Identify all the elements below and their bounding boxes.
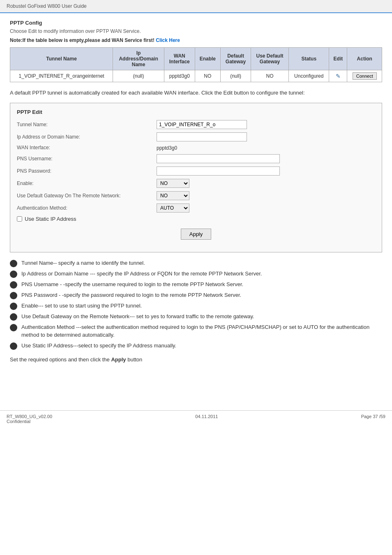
bullet-dot (10, 324, 17, 331)
list-item: Tunnel Name-- specify a name to identify… (10, 259, 382, 267)
bullet-text: PNS Password - -specify the password req… (21, 291, 241, 299)
form-row-tunnel-name: Tunnel Name: (17, 120, 375, 129)
pptp-config-title: PPTP Config (10, 20, 382, 26)
bullet-dot (10, 281, 17, 289)
value-tunnel-name (157, 120, 375, 129)
cell-enable: NO (195, 70, 221, 82)
edit-icon[interactable]: ✎ (336, 73, 341, 79)
value-use-default-gateway: NO YES (157, 191, 375, 200)
form-row-pns-password: PNS Password: (17, 166, 375, 176)
cell-edit[interactable]: ✎ (329, 70, 347, 82)
label-tunnel-name: Tunnel Name: (17, 122, 157, 127)
footer-center: 04.11.2011 (195, 414, 218, 424)
bullet-text: Use Default Gateway on the Remote Networ… (21, 312, 254, 321)
cell-ip-domain: (null) (113, 70, 164, 82)
form-row-wan-interface: WAN Interface: ppptd3g0 (17, 145, 375, 151)
label-pns-password: PNS Password: (17, 168, 157, 174)
list-item: Enable--- set to use to start using the … (10, 302, 382, 310)
pptp-edit-box: PPTP Edit Tunnel Name: Ip Address or Dom… (10, 103, 382, 252)
list-item: Use Default Gateway on the Remote Networ… (10, 312, 382, 321)
pptp-config-section: PPTP Config Choose Edit to modify inform… (10, 20, 382, 82)
col-header-wan-interface: WANInterface (164, 48, 195, 70)
bullet-list: Tunnel Name-- specify a name to identify… (10, 259, 382, 350)
footer-left-bottom: Confidential (7, 419, 52, 424)
footer-left-top: RT_W800_UG_v02.00 (7, 414, 52, 419)
value-pns-username (157, 154, 375, 163)
bullet-dot (10, 260, 17, 267)
bullet-dot (10, 313, 17, 321)
col-header-tunnel-name: Tunnel Name (10, 48, 113, 70)
col-header-enable: Enable (195, 48, 221, 70)
list-item: Authentication Method ---select the auth… (10, 323, 382, 339)
set-options-bold: Apply (111, 356, 126, 363)
header-bar: Robustel GoFixed W800 User Guide (0, 0, 392, 13)
form-row-enable: Enable: NO YES (17, 179, 375, 188)
label-use-default-gateway: Use Default Gateway On The Remote Networ… (17, 193, 157, 199)
tunnel-name-input[interactable] (157, 120, 247, 129)
bullet-text: Use Static IP Address---select to specif… (21, 342, 176, 350)
form-row-pns-username: PNS Username: (17, 154, 375, 163)
table-row: 1_VOIP_INTERNET_R_orangeinternet (null) … (10, 70, 382, 82)
bullet-text: Enable--- set to use to start using the … (21, 302, 142, 310)
form-row-auth-method: Authentication Method: AUTO PAP CHAP MSC… (17, 204, 375, 213)
set-options-text: Set the required options and then click … (10, 356, 111, 363)
bullet-dot (10, 303, 17, 310)
connect-button[interactable]: Connect (353, 72, 377, 80)
list-item: Ip Address or Domain Name --- specify th… (10, 270, 382, 278)
label-wan-interface: WAN Interface: (17, 145, 157, 150)
note-line: Note:If the table below is empty,please … (10, 37, 382, 43)
col-header-action: Action (347, 48, 382, 70)
static-ip-label: Use Static IP Address (25, 216, 76, 222)
cell-tunnel-name: 1_VOIP_INTERNET_R_orangeinternet (10, 70, 113, 82)
value-ip-domain (157, 132, 375, 141)
bullet-dot (10, 292, 17, 299)
pptp-config-desc: Choose Edit to modify information over P… (10, 28, 382, 34)
form-row-use-default-gateway: Use Default Gateway On The Remote Networ… (17, 191, 375, 200)
cell-status: Unconfigured (289, 70, 329, 82)
footer: RT_W800_UG_v02.00 Confidential 04.11.201… (0, 410, 392, 427)
col-header-edit: Edit (329, 48, 347, 70)
cell-default-gateway: (null) (221, 70, 251, 82)
set-options-para: Set the required options and then click … (10, 356, 382, 363)
click-here-link[interactable]: Click Here (156, 37, 180, 43)
form-row-ip-domain: Ip Address or Domain Name: (17, 132, 375, 141)
label-pns-username: PNS Username: (17, 156, 157, 162)
auth-method-select[interactable]: AUTO PAP CHAP MSCHAP (157, 204, 189, 213)
bullet-text: PNS Username - -specify the username req… (21, 280, 243, 289)
col-header-default-gateway: DefaultGateway (221, 48, 251, 70)
footer-right: Page 37 /59 (361, 414, 385, 424)
enable-select[interactable]: NO YES (157, 179, 189, 188)
pptp-edit-title: PPTP Edit (17, 109, 375, 115)
bullet-text: Ip Address or Domain Name --- specify th… (21, 270, 262, 278)
apply-btn-row: Apply (17, 229, 375, 240)
apply-button[interactable]: Apply (181, 229, 212, 240)
header-title: Robustel GoFixed W800 User Guide (7, 3, 87, 9)
bullet-text: Tunnel Name-- specify a name to identify… (21, 259, 145, 267)
cell-wan-interface: ppptd3g0 (164, 70, 195, 82)
label-ip-domain: Ip Address or Domain Name: (17, 134, 157, 140)
pptp-config-table: Tunnel Name IpAddress/DomainName WANInte… (10, 47, 382, 82)
wan-interface-static: ppptd3g0 (157, 145, 177, 151)
value-pns-password (157, 166, 375, 176)
static-ip-row: Use Static IP Address (17, 216, 375, 222)
cell-action: Connect (347, 70, 382, 82)
col-header-use-default-gateway: Use DefaultGateway (251, 48, 288, 70)
label-auth-method: Authentication Method: (17, 205, 157, 211)
list-item: PNS Username - -specify the username req… (10, 280, 382, 289)
footer-left: RT_W800_UG_v02.00 Confidential (7, 414, 52, 424)
set-options-suffix: button (126, 356, 143, 363)
label-enable: Enable: (17, 180, 157, 186)
use-default-gateway-select[interactable]: NO YES (157, 191, 189, 200)
pns-username-input[interactable] (157, 154, 280, 163)
desc-paragraph: A default PPTP tunnel is automatically c… (10, 89, 382, 97)
col-header-status: Status (289, 48, 329, 70)
list-item: PNS Password - -specify the password req… (10, 291, 382, 299)
cell-use-default-gateway: NO (251, 70, 288, 82)
bullet-dot (10, 271, 17, 278)
bullet-text: Authentication Method ---select the auth… (21, 323, 382, 339)
note-text: Note:If the table below is empty,please … (10, 37, 154, 43)
value-wan-interface: ppptd3g0 (157, 145, 375, 151)
pns-password-input[interactable] (157, 166, 280, 176)
ip-domain-input[interactable] (157, 132, 247, 141)
static-ip-checkbox[interactable] (17, 216, 22, 222)
